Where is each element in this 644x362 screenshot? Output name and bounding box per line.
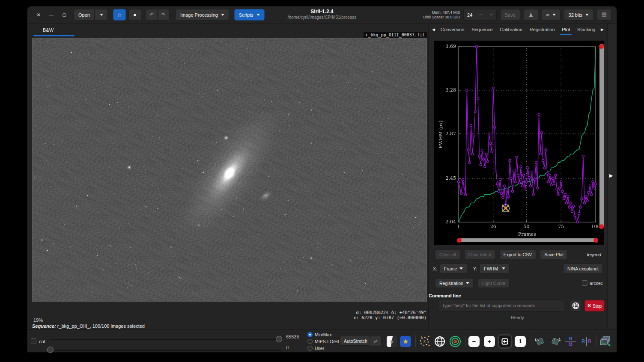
open-button[interactable]: Open [74, 9, 95, 21]
save-button[interactable]: Save [500, 9, 520, 21]
zoom-out-icon: − [468, 336, 480, 347]
radio-user[interactable]: User [307, 345, 339, 352]
high-slider-track[interactable] [50, 339, 281, 340]
light-curve-button[interactable]: Light Curve [478, 278, 510, 288]
radio-mips[interactable]: MIPS-LO/HI [307, 338, 339, 345]
legend-toggle[interactable]: legend [587, 252, 601, 257]
redo-button[interactable]: ↷ [158, 9, 170, 21]
fit-to-window-button[interactable] [498, 335, 511, 348]
home-button[interactable]: ⌂ [113, 9, 126, 21]
fit-to-window-icon [498, 335, 511, 348]
record-button[interactable]: ● [128, 9, 141, 21]
minimize-icon[interactable]: — [48, 12, 55, 17]
hamburger-menu-button[interactable]: ☰ [597, 9, 611, 21]
x-axis-value: Frame [444, 266, 457, 271]
scripts-menu[interactable]: Scripts [234, 9, 265, 21]
x-axis-dropdown[interactable]: Frame [440, 264, 467, 273]
export-csv-button[interactable]: Export to CSV [499, 249, 537, 259]
disk-label: Disk Space: 38.8 GiB [423, 15, 460, 20]
coord-radec: α: 00h28m22s δ: +40°26'49" [353, 310, 426, 315]
photometry-button[interactable] [449, 335, 462, 348]
tab-sequence[interactable]: Sequence [469, 25, 495, 34]
negative-view-button[interactable]: ★ [385, 335, 398, 348]
maximize-icon[interactable]: ▢ [61, 12, 68, 17]
tab-stacking[interactable]: Stacking [575, 25, 598, 34]
download-icon [528, 12, 534, 18]
channel-link-button[interactable] [370, 336, 382, 347]
plot-xrange-left-handle[interactable] [457, 238, 462, 243]
command-input[interactable]: Type "help" for the list of supported co… [438, 300, 564, 312]
command-placeholder: Type "help" for the list of supported co… [442, 303, 535, 308]
snapshot-button[interactable] [542, 9, 561, 21]
y-axis-value: FWHM [484, 266, 498, 271]
plot-yrange-top-handle[interactable] [599, 44, 604, 49]
globe-icon [572, 302, 579, 309]
plot-yrange-bottom-handle[interactable] [599, 224, 604, 229]
celestial-grid-button[interactable] [433, 335, 446, 348]
nina-exoplanet-button[interactable]: NINA exoplanet [563, 264, 603, 273]
plot-xrange-right-handle[interactable] [593, 238, 598, 243]
processing-panel: ◀ Conversion Sequence Calibration Regist… [428, 24, 607, 328]
cut-checkbox[interactable] [31, 338, 36, 344]
command-list-button[interactable] [570, 300, 581, 312]
undo-button[interactable]: ↶ [146, 9, 158, 21]
arcsec-checkbox[interactable] [582, 280, 587, 286]
fwhm-plot[interactable] [434, 41, 604, 245]
svg-text:✦: ✦ [420, 335, 423, 338]
thread-plus-icon[interactable]: + [486, 12, 496, 18]
plot-horizontal-range-slider[interactable] [459, 238, 596, 242]
zoom-one-to-one-button[interactable]: 1 [514, 335, 527, 348]
working-directory: /home/cyril/Images/CP/M31/process [288, 15, 357, 21]
sequence-bar: Sequence: r_bkg_pp_OIII_, 100/100 images… [27, 323, 428, 329]
star-detection-icon: ★ [400, 336, 411, 347]
save-as-button[interactable] [524, 9, 538, 21]
clear-latest-button[interactable]: Clear latest [464, 249, 495, 259]
tab-registration[interactable]: Registration [527, 25, 558, 34]
stop-button[interactable]: ✕ Stop [584, 300, 605, 312]
rotate-left-button[interactable] [534, 335, 546, 348]
clear-all-button[interactable]: Clear all [435, 249, 460, 259]
high-slider-handle[interactable] [276, 336, 282, 342]
open-recent-dropdown[interactable] [95, 9, 108, 21]
redo-icon: ↷ [161, 12, 165, 18]
panel-expander-icon[interactable]: ▶ [609, 173, 613, 178]
astrometry-annotation-button[interactable]: S ✦✦✦ [418, 335, 431, 348]
registration-dropdown[interactable]: Registration [435, 278, 474, 288]
high-cut-value: 65535 [286, 334, 299, 339]
sequence-list-button[interactable] [599, 335, 611, 348]
cut-label: cut [39, 339, 45, 344]
svg-text:✦: ✦ [428, 344, 430, 347]
tab-bw[interactable]: B&W [38, 27, 59, 33]
save-plot-button[interactable]: Save Plot [540, 249, 568, 259]
flip-horizontal-icon: R R [581, 337, 590, 346]
tabs-scroll-left-icon[interactable]: ◀ [431, 27, 436, 32]
tabs-scroll-right-icon[interactable]: ▶ [600, 27, 605, 32]
bit-depth-dropdown[interactable]: 32 bits [564, 9, 593, 21]
astro-image-m31[interactable] [33, 39, 426, 301]
thread-spinner[interactable]: 24 − + [463, 9, 496, 21]
tab-conversion[interactable]: Conversion [438, 25, 467, 34]
tab-calibration[interactable]: Calibration [497, 25, 525, 34]
low-slider-track[interactable] [50, 350, 281, 351]
image-processing-menu[interactable]: Image Processing [176, 9, 229, 21]
zoom-in-button[interactable]: + [483, 335, 496, 348]
flip-horizontal-button[interactable]: R R [580, 335, 593, 348]
thread-minus-icon[interactable]: − [476, 12, 486, 18]
flip-vertical-button[interactable]: R R [564, 335, 577, 348]
fwhm-plot-canvas[interactable] [434, 41, 599, 237]
star-detection-button[interactable]: ★ [399, 335, 412, 348]
sequence-label: Sequence: [32, 323, 56, 329]
x-axis-label: X: [433, 266, 437, 271]
y-axis-dropdown[interactable]: FWHM [480, 264, 510, 273]
low-slider-handle[interactable] [47, 347, 54, 353]
radio-minmax[interactable]: Min/Max [307, 331, 339, 338]
siril-window: ✕ — ▢ Open ⌂ ● ↶ ↷ Image Processing Scri… [27, 6, 617, 352]
rotate-right-button[interactable] [549, 335, 562, 348]
tab-plot[interactable]: Plot [559, 25, 572, 34]
record-icon: ● [133, 12, 137, 18]
zoom-out-button[interactable]: − [468, 335, 480, 348]
close-icon[interactable]: ✕ [35, 12, 42, 18]
plot-vertical-range-slider[interactable] [599, 44, 604, 228]
image-viewport[interactable]: r_bkg_pp_OIII_00037.fit [32, 38, 427, 302]
display-mode-radios: Min/Max MIPS-LO/HI User [307, 331, 339, 352]
